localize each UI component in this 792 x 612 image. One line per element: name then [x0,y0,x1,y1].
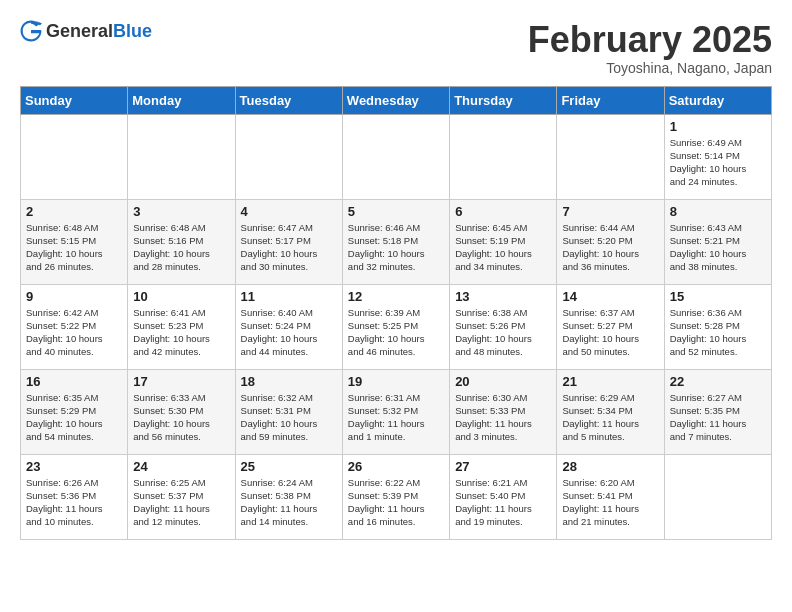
calendar-subtitle: Toyoshina, Nagano, Japan [528,60,772,76]
day-number: 15 [670,289,766,304]
day-info: Sunrise: 6:48 AM Sunset: 5:16 PM Dayligh… [133,221,229,274]
calendar-cell: 13Sunrise: 6:38 AM Sunset: 5:26 PM Dayli… [450,284,557,369]
day-number: 1 [670,119,766,134]
day-info: Sunrise: 6:27 AM Sunset: 5:35 PM Dayligh… [670,391,766,444]
calendar-cell [21,114,128,199]
day-info: Sunrise: 6:26 AM Sunset: 5:36 PM Dayligh… [26,476,122,529]
day-number: 26 [348,459,444,474]
day-number: 3 [133,204,229,219]
day-number: 9 [26,289,122,304]
calendar-cell: 14Sunrise: 6:37 AM Sunset: 5:27 PM Dayli… [557,284,664,369]
day-number: 16 [26,374,122,389]
calendar-cell: 9Sunrise: 6:42 AM Sunset: 5:22 PM Daylig… [21,284,128,369]
day-info: Sunrise: 6:37 AM Sunset: 5:27 PM Dayligh… [562,306,658,359]
day-number: 17 [133,374,229,389]
calendar-week-4: 16Sunrise: 6:35 AM Sunset: 5:29 PM Dayli… [21,369,772,454]
day-number: 19 [348,374,444,389]
calendar-table: SundayMondayTuesdayWednesdayThursdayFrid… [20,86,772,540]
calendar-cell: 21Sunrise: 6:29 AM Sunset: 5:34 PM Dayli… [557,369,664,454]
weekday-header-monday: Monday [128,86,235,114]
day-info: Sunrise: 6:45 AM Sunset: 5:19 PM Dayligh… [455,221,551,274]
title-block: February 2025 Toyoshina, Nagano, Japan [528,20,772,76]
calendar-cell: 25Sunrise: 6:24 AM Sunset: 5:38 PM Dayli… [235,454,342,539]
logo-icon [20,20,42,42]
weekday-header-row: SundayMondayTuesdayWednesdayThursdayFrid… [21,86,772,114]
calendar-cell: 1Sunrise: 6:49 AM Sunset: 5:14 PM Daylig… [664,114,771,199]
day-number: 4 [241,204,337,219]
calendar-cell [557,114,664,199]
calendar-cell: 20Sunrise: 6:30 AM Sunset: 5:33 PM Dayli… [450,369,557,454]
calendar-cell: 19Sunrise: 6:31 AM Sunset: 5:32 PM Dayli… [342,369,449,454]
day-number: 10 [133,289,229,304]
day-number: 22 [670,374,766,389]
day-info: Sunrise: 6:22 AM Sunset: 5:39 PM Dayligh… [348,476,444,529]
day-info: Sunrise: 6:42 AM Sunset: 5:22 PM Dayligh… [26,306,122,359]
day-info: Sunrise: 6:25 AM Sunset: 5:37 PM Dayligh… [133,476,229,529]
day-number: 21 [562,374,658,389]
calendar-cell: 18Sunrise: 6:32 AM Sunset: 5:31 PM Dayli… [235,369,342,454]
day-info: Sunrise: 6:48 AM Sunset: 5:15 PM Dayligh… [26,221,122,274]
day-info: Sunrise: 6:24 AM Sunset: 5:38 PM Dayligh… [241,476,337,529]
calendar-cell: 26Sunrise: 6:22 AM Sunset: 5:39 PM Dayli… [342,454,449,539]
day-number: 6 [455,204,551,219]
day-number: 27 [455,459,551,474]
day-info: Sunrise: 6:41 AM Sunset: 5:23 PM Dayligh… [133,306,229,359]
calendar-cell: 27Sunrise: 6:21 AM Sunset: 5:40 PM Dayli… [450,454,557,539]
weekday-header-friday: Friday [557,86,664,114]
day-number: 20 [455,374,551,389]
day-info: Sunrise: 6:38 AM Sunset: 5:26 PM Dayligh… [455,306,551,359]
calendar-cell [128,114,235,199]
calendar-week-5: 23Sunrise: 6:26 AM Sunset: 5:36 PM Dayli… [21,454,772,539]
day-info: Sunrise: 6:20 AM Sunset: 5:41 PM Dayligh… [562,476,658,529]
day-info: Sunrise: 6:32 AM Sunset: 5:31 PM Dayligh… [241,391,337,444]
day-info: Sunrise: 6:30 AM Sunset: 5:33 PM Dayligh… [455,391,551,444]
day-info: Sunrise: 6:33 AM Sunset: 5:30 PM Dayligh… [133,391,229,444]
calendar-cell: 16Sunrise: 6:35 AM Sunset: 5:29 PM Dayli… [21,369,128,454]
day-info: Sunrise: 6:36 AM Sunset: 5:28 PM Dayligh… [670,306,766,359]
day-info: Sunrise: 6:35 AM Sunset: 5:29 PM Dayligh… [26,391,122,444]
day-info: Sunrise: 6:44 AM Sunset: 5:20 PM Dayligh… [562,221,658,274]
day-info: Sunrise: 6:47 AM Sunset: 5:17 PM Dayligh… [241,221,337,274]
day-number: 14 [562,289,658,304]
day-info: Sunrise: 6:29 AM Sunset: 5:34 PM Dayligh… [562,391,658,444]
calendar-cell [235,114,342,199]
calendar-cell: 24Sunrise: 6:25 AM Sunset: 5:37 PM Dayli… [128,454,235,539]
day-number: 24 [133,459,229,474]
day-info: Sunrise: 6:49 AM Sunset: 5:14 PM Dayligh… [670,136,766,189]
day-number: 8 [670,204,766,219]
calendar-cell: 12Sunrise: 6:39 AM Sunset: 5:25 PM Dayli… [342,284,449,369]
calendar-cell: 10Sunrise: 6:41 AM Sunset: 5:23 PM Dayli… [128,284,235,369]
day-number: 23 [26,459,122,474]
day-info: Sunrise: 6:46 AM Sunset: 5:18 PM Dayligh… [348,221,444,274]
day-number: 5 [348,204,444,219]
calendar-cell: 11Sunrise: 6:40 AM Sunset: 5:24 PM Dayli… [235,284,342,369]
calendar-cell: 22Sunrise: 6:27 AM Sunset: 5:35 PM Dayli… [664,369,771,454]
logo-general: General [46,21,113,41]
calendar-cell: 23Sunrise: 6:26 AM Sunset: 5:36 PM Dayli… [21,454,128,539]
calendar-cell [664,454,771,539]
calendar-cell [450,114,557,199]
weekday-header-thursday: Thursday [450,86,557,114]
day-number: 11 [241,289,337,304]
day-info: Sunrise: 6:21 AM Sunset: 5:40 PM Dayligh… [455,476,551,529]
weekday-header-sunday: Sunday [21,86,128,114]
logo-blue: Blue [113,21,152,41]
day-info: Sunrise: 6:39 AM Sunset: 5:25 PM Dayligh… [348,306,444,359]
calendar-cell [342,114,449,199]
day-info: Sunrise: 6:31 AM Sunset: 5:32 PM Dayligh… [348,391,444,444]
calendar-cell: 3Sunrise: 6:48 AM Sunset: 5:16 PM Daylig… [128,199,235,284]
day-info: Sunrise: 6:40 AM Sunset: 5:24 PM Dayligh… [241,306,337,359]
calendar-cell: 28Sunrise: 6:20 AM Sunset: 5:41 PM Dayli… [557,454,664,539]
calendar-cell: 8Sunrise: 6:43 AM Sunset: 5:21 PM Daylig… [664,199,771,284]
weekday-header-saturday: Saturday [664,86,771,114]
calendar-title: February 2025 [528,20,772,60]
day-number: 7 [562,204,658,219]
calendar-week-2: 2Sunrise: 6:48 AM Sunset: 5:15 PM Daylig… [21,199,772,284]
day-number: 12 [348,289,444,304]
day-number: 2 [26,204,122,219]
calendar-cell: 4Sunrise: 6:47 AM Sunset: 5:17 PM Daylig… [235,199,342,284]
calendar-cell: 2Sunrise: 6:48 AM Sunset: 5:15 PM Daylig… [21,199,128,284]
calendar-cell: 7Sunrise: 6:44 AM Sunset: 5:20 PM Daylig… [557,199,664,284]
day-number: 18 [241,374,337,389]
calendar-cell: 17Sunrise: 6:33 AM Sunset: 5:30 PM Dayli… [128,369,235,454]
